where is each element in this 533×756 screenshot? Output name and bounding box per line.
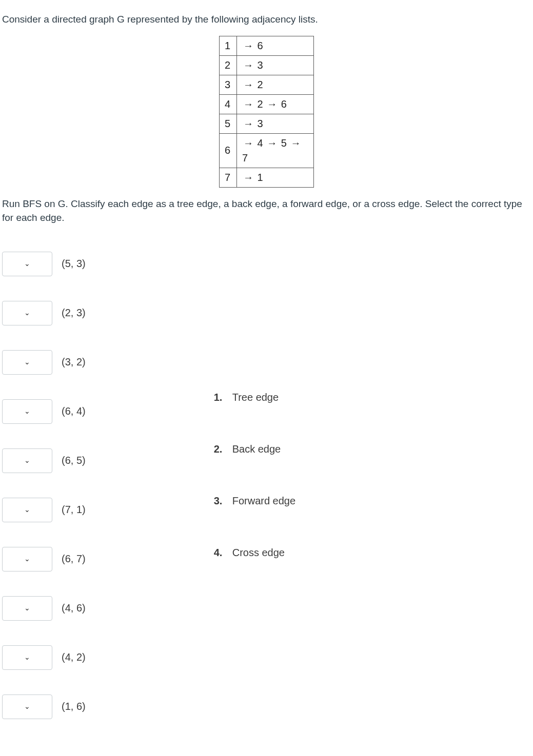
chevron-down-icon: ⌄: [24, 357, 30, 367]
edge-label: (1, 6): [62, 699, 86, 714]
arrow-icon: →: [242, 137, 254, 149]
adjacency-key: 2: [220, 55, 237, 75]
edge-label: (7, 1): [62, 502, 86, 517]
chevron-down-icon: ⌄: [24, 406, 30, 416]
adjacency-key: 4: [220, 94, 237, 114]
match-row: ⌄(6, 7): [2, 546, 86, 573]
match-row: ⌄(5, 3): [2, 251, 86, 277]
edge-type-select[interactable]: ⌄: [2, 448, 52, 473]
match-row: ⌄(7, 1): [2, 497, 86, 523]
match-option-label: Forward edge: [232, 494, 295, 508]
adjacency-row: 1→ 6: [220, 36, 314, 55]
adjacency-key: 3: [220, 75, 237, 94]
match-row: ⌄(2, 3): [2, 300, 86, 326]
chevron-down-icon: ⌄: [24, 308, 30, 318]
adjacency-row: 5→ 3: [220, 114, 314, 133]
adjacency-row: 6→ 4 → 5 → 7: [220, 133, 314, 168]
chevron-down-icon: ⌄: [24, 455, 30, 465]
match-option-label: Cross edge: [232, 545, 285, 560]
match-option: 3.Forward edge: [214, 494, 295, 508]
edge-type-select[interactable]: ⌄: [2, 645, 52, 670]
question-intro: Consider a directed graph G represented …: [2, 12, 531, 27]
arrow-icon: →: [242, 118, 254, 129]
match-row: ⌄(1, 6): [2, 693, 86, 720]
arrow-icon: →: [266, 98, 278, 110]
edge-label: (6, 5): [62, 453, 86, 468]
match-option-number: 2.: [214, 442, 225, 457]
adjacency-row: 2→ 3: [220, 55, 314, 75]
match-row: ⌄(6, 4): [2, 398, 86, 425]
edge-label: (6, 7): [62, 551, 86, 566]
edge-type-select[interactable]: ⌄: [2, 547, 52, 571]
question-text: Consider a directed graph G represented …: [2, 12, 531, 225]
chevron-down-icon: ⌄: [24, 258, 30, 269]
adjacency-values: → 4 → 5 → 7: [237, 133, 314, 168]
edge-type-select[interactable]: ⌄: [2, 596, 52, 621]
match-row: ⌄(6, 5): [2, 447, 86, 474]
matching-left-column: ⌄(5, 3)⌄(2, 3)⌄(3, 2)⌄(6, 4)⌄(6, 5)⌄(7, …: [2, 251, 86, 743]
edge-label: (5, 3): [62, 256, 86, 271]
adjacency-key: 7: [220, 168, 237, 187]
match-option-number: 3.: [214, 494, 225, 508]
chevron-down-icon: ⌄: [24, 603, 30, 613]
adjacency-values: → 6: [237, 36, 314, 55]
edge-type-select[interactable]: ⌄: [2, 498, 52, 522]
matching-area: ⌄(5, 3)⌄(2, 3)⌄(3, 2)⌄(6, 4)⌄(6, 5)⌄(7, …: [2, 251, 531, 743]
arrow-icon: →: [290, 137, 302, 149]
arrow-icon: →: [266, 137, 278, 149]
match-option: 2.Back edge: [214, 442, 295, 457]
adjacency-row: 7→ 1: [220, 168, 314, 187]
match-row: ⌄(3, 2): [2, 349, 86, 376]
match-option-label: Back edge: [232, 442, 281, 457]
arrow-icon: →: [242, 40, 254, 51]
edge-label: (4, 6): [62, 601, 86, 616]
chevron-down-icon: ⌄: [24, 554, 30, 564]
edge-label: (6, 4): [62, 404, 86, 419]
chevron-down-icon: ⌄: [24, 652, 30, 662]
adjacency-key: 1: [220, 36, 237, 55]
match-row: ⌄(4, 2): [2, 644, 86, 671]
adjacency-key: 6: [220, 133, 237, 168]
chevron-down-icon: ⌄: [24, 701, 30, 711]
edge-type-select[interactable]: ⌄: [2, 399, 52, 424]
edge-type-select[interactable]: ⌄: [2, 694, 52, 719]
adjacency-row: 3→ 2: [220, 75, 314, 94]
chevron-down-icon: ⌄: [24, 504, 30, 515]
edge-type-select[interactable]: ⌄: [2, 252, 52, 276]
edge-label: (4, 2): [62, 650, 86, 665]
match-option: 4.Cross edge: [214, 545, 295, 560]
question-instruction: Run BFS on G. Classify each edge as a tr…: [2, 197, 531, 225]
arrow-icon: →: [242, 79, 254, 90]
edge-type-select[interactable]: ⌄: [2, 350, 52, 375]
adjacency-row: 4→ 2 → 6: [220, 94, 314, 114]
matching-right-column: 1.Tree edge2.Back edge3.Forward edge4.Cr…: [214, 390, 295, 597]
arrow-icon: →: [242, 59, 254, 71]
edge-type-select[interactable]: ⌄: [2, 301, 52, 325]
match-option-number: 4.: [214, 545, 225, 560]
match-option-label: Tree edge: [232, 390, 279, 405]
edge-label: (3, 2): [62, 355, 86, 370]
match-option: 1.Tree edge: [214, 390, 295, 405]
adjacency-values: → 3: [237, 114, 314, 133]
arrow-icon: →: [242, 172, 254, 183]
adjacency-values: → 3: [237, 55, 314, 75]
adjacency-table: 1→ 62→ 33→ 24→ 2 → 65→ 36→ 4 → 5 → 77→ 1: [219, 36, 314, 188]
adjacency-values: → 1: [237, 168, 314, 187]
edge-label: (2, 3): [62, 305, 86, 320]
adjacency-values: → 2 → 6: [237, 94, 314, 114]
adjacency-values: → 2: [237, 75, 314, 94]
arrow-icon: →: [242, 98, 254, 110]
match-option-number: 1.: [214, 390, 225, 405]
match-row: ⌄(4, 6): [2, 595, 86, 622]
adjacency-key: 5: [220, 114, 237, 133]
